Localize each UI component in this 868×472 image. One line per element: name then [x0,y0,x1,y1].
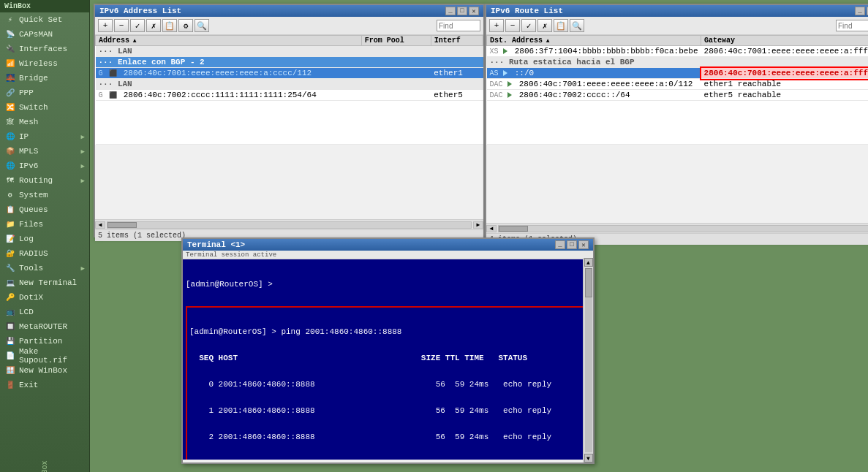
sidebar-item-switch[interactable]: 🔀 Switch [0,100,89,115]
ipv6-addr-controls: _ □ ✕ [445,7,479,15]
sidebar-item-ip[interactable]: 🌐 IP ▶ [0,129,89,144]
table-row: ··· LAN [96,46,483,57]
switch-icon: 🔀 [4,102,16,113]
tools-arrow: ▶ [81,264,85,273]
sidebar-item-metarouter[interactable]: 🔲 MetaROUTER [0,319,89,334]
sidebar-item-system[interactable]: ⚙ System [0,188,89,202]
ipv6-route-titlebar[interactable]: IPv6 Route List _ □ ✕ [486,5,868,17]
col-interface[interactable]: Interf [431,36,483,46]
table-row[interactable]: DAC 2806:40c:7002:cccc::/64 ether5 reach… [487,90,869,101]
disable-button[interactable]: ✗ [146,19,161,32]
sidebar-item-routing[interactable]: 🗺 Routing ▶ [0,173,89,188]
sidebar-item-bridge[interactable]: 🌉 Bridge [0,71,89,85]
sidebar-item-mpls[interactable]: 📦 MPLS ▶ [0,144,89,159]
find-input[interactable] [437,20,480,31]
sidebar-label-wireless: Wireless [19,59,58,68]
enable-button[interactable]: ✓ [130,19,145,32]
ppp-icon: 🔗 [4,88,16,98]
col-address[interactable]: Address [96,36,362,46]
sidebar-item-mesh[interactable]: 🕸 Mesh [0,115,89,129]
ipv6-route-title: IPv6 Route List [491,7,563,15]
sidebar-label-make-supout: Make Supout.rif [19,347,85,365]
sidebar-item-interfaces[interactable]: 🔌 Interfaces [0,42,89,56]
enable-button[interactable]: ✓ [521,19,536,32]
sidebar-label-ipv6: IPv6 [19,161,38,170]
scroll-thumb-v[interactable] [585,268,592,297]
settings-button[interactable]: ⚙ [178,19,193,32]
add-button[interactable]: + [489,19,504,32]
sidebar-label-new-terminal: New Terminal [19,278,77,287]
ipv6-addr-titlebar[interactable]: IPv6 Address List _ □ ✕ [95,5,483,17]
sidebar-item-files[interactable]: 📁 Files [0,217,89,232]
files-icon: 📁 [4,219,16,229]
addr-iface-1: ether1 [431,68,483,79]
minimize-button[interactable]: _ [855,7,865,15]
sidebar-label-routing: Routing [19,176,53,185]
sidebar-item-capsman[interactable]: 📡 CAPsMAN [0,27,89,42]
ipv6-address-window: IPv6 Address List _ □ ✕ + − ✓ ✗ 📋 ⚙ 🔍 [94,4,485,237]
col-gateway[interactable]: Gateway [701,36,868,46]
table-row[interactable]: DAC 2806:40c:7001:eeee:eeee:eeee:a:0/112… [487,79,869,90]
sidebar-item-radius[interactable]: 🔐 RADIUS [0,246,89,261]
sidebar-label-quickset: Quick Set [19,15,62,24]
sidebar-item-tools[interactable]: 🔧 Tools ▶ [0,261,89,275]
terminal-body[interactable]: [admin@RouterOS] > [admin@RouterOS] > pi… [183,259,593,460]
scroll-track[interactable] [107,221,472,229]
col-dst-address[interactable]: Dst. Address [487,36,701,46]
horizontal-scrollbar[interactable]: ◀ ▶ [95,219,483,229]
scroll-down[interactable]: ▼ [584,454,593,463]
table-row[interactable]: G ⬛ 2806:40c:7002:cccc:1111:1111:1111:25… [96,90,483,101]
table-row[interactable]: ··· Enlace con BGP - 2 [96,57,483,68]
scroll-track[interactable] [498,225,868,232]
add-button[interactable]: + [98,19,113,32]
sidebar-label-bridge: Bridge [19,74,48,83]
maximize-button[interactable]: □ [567,240,577,249]
radius-icon: 🔐 [4,248,16,259]
scroll-thumb[interactable] [107,222,137,228]
horizontal-scrollbar[interactable]: ◀ ▶ [486,223,868,233]
scroll-left[interactable]: ◀ [95,221,105,229]
terminal-titlebar[interactable]: Terminal <1> _ □ ✕ [183,239,593,251]
filter-button[interactable]: 🔍 [195,19,209,32]
sidebar-item-new-terminal[interactable]: 💻 New Terminal [0,275,89,290]
terminal-initial-prompt: [admin@RouterOS] > [186,280,590,289]
sidebar-item-log[interactable]: 📝 Log [0,232,89,246]
scroll-right[interactable]: ▶ [473,221,483,229]
scroll-track-v[interactable] [585,268,592,452]
sidebar-item-new-winbox[interactable]: 🪟 New WinBox [0,363,89,378]
minimize-button[interactable]: _ [555,240,565,249]
close-button[interactable]: ✕ [578,240,589,249]
disable-button[interactable]: ✗ [537,19,552,32]
sidebar-item-lcd[interactable]: 📺 LCD [0,305,89,319]
interfaces-icon: 🔌 [4,44,16,54]
addr-flag-g1: G ⬛ 2806:40c:7001:eeee:eeee:eeee:a:cccc/… [96,68,362,79]
sidebar-item-quickset[interactable]: ⚡ Quick Set [0,12,89,27]
close-button[interactable]: ✕ [469,7,479,15]
remove-button[interactable]: − [114,19,129,32]
find-input[interactable] [836,20,868,31]
sidebar-item-ipv6[interactable]: 🌐 IPv6 ▶ [0,159,89,173]
table-row[interactable]: XS 2806:3f7:1004:bbbb:bbbb:bbbb:f0ca:beb… [487,46,869,57]
sidebar-item-make-supout[interactable]: 📄 Make Supout.rif [0,349,89,363]
filter-button[interactable]: 🔍 [570,19,584,32]
sidebar-item-exit[interactable]: 🚪 Exit [0,378,89,392]
scroll-left[interactable]: ◀ [486,225,497,232]
maximize-button[interactable]: □ [457,7,467,15]
minimize-button[interactable]: _ [445,7,456,15]
vertical-scrollbar[interactable]: ▲ ▼ [583,258,593,463]
ipv6-arrow: ▶ [81,162,85,170]
sidebar-item-wireless[interactable]: 📶 Wireless [0,56,89,71]
col-from-pool[interactable]: From Pool [361,36,431,46]
table-row[interactable]: G ⬛ 2806:40c:7001:eeee:eeee:eeee:a:cccc/… [96,68,483,79]
remove-button[interactable]: − [505,19,520,32]
sidebar-item-dot1x[interactable]: 🔑 Dot1X [0,290,89,305]
sidebar-item-ppp[interactable]: 🔗 PPP [0,85,89,100]
table-row[interactable]: AS ::/0 2806:40c:7001:eeee:eeee:eeee:a:f… [487,68,869,79]
copy-button[interactable]: 📋 [554,19,568,32]
scroll-thumb[interactable] [499,226,528,232]
scroll-up[interactable]: ▲ [584,258,593,267]
sidebar-item-partition[interactable]: 💾 Partition [0,334,89,349]
copy-button[interactable]: 📋 [162,19,177,32]
sidebar-item-queues[interactable]: 📋 Queues [0,202,89,217]
make-supout-icon: 📄 [4,351,16,361]
